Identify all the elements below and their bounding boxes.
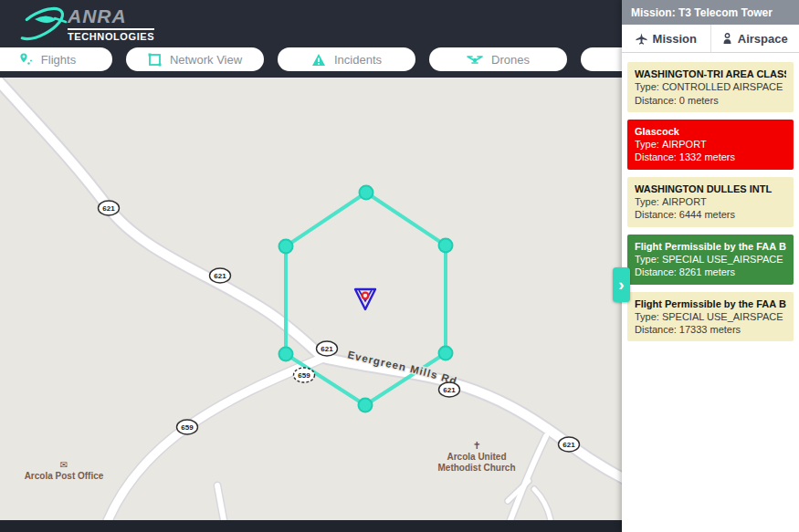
- airspace-distance: 1332 meters: [679, 151, 735, 162]
- route-shield: 621: [439, 382, 460, 397]
- tab-label: Mission: [653, 32, 697, 46]
- airspace-card[interactable]: WASHINGTON DULLES INTL Type:AIRPORT Dist…: [627, 177, 794, 227]
- roads: [0, 78, 622, 520]
- mission-title-bar: Mission: T3 Telecom Tower: [622, 0, 799, 25]
- svg-text:621: 621: [102, 204, 115, 213]
- route-pin-icon: [18, 52, 33, 67]
- road-casings: [0, 78, 622, 520]
- airspace-type: CONTROLLED AIRSPACE: [662, 81, 783, 92]
- person-pin-icon: [722, 33, 732, 45]
- brand-name: ANRA: [68, 5, 127, 27]
- svg-text:621: 621: [321, 345, 333, 353]
- tab-label: Airspace: [738, 32, 788, 46]
- airspace-advisory-list: WASHINGTON-TRI AREA CLASS B ARE Type:CON…: [622, 53, 799, 350]
- airspace-type: SPECIAL USE_AIRSPACE: [662, 254, 783, 265]
- map-svg: Evergreen Mills Rd 621 621 621 659 621 6…: [0, 78, 622, 520]
- church-cross-icon: ✝: [472, 440, 480, 451]
- svg-text:621: 621: [214, 272, 226, 280]
- tab-drones[interactable]: Drones: [429, 47, 567, 71]
- airspace-distance: 6444 meters: [679, 209, 735, 220]
- tab-network-view[interactable]: Network View: [126, 47, 264, 71]
- tab-label: Flights: [41, 53, 76, 67]
- airspace-type: AIRPORT: [662, 139, 707, 150]
- svg-text:Arcola United: Arcola United: [447, 452, 506, 462]
- poi-church: ✝ Arcola United Methodist Church: [438, 440, 516, 473]
- airspace-type: SPECIAL USE_AIRSPACE: [662, 311, 783, 322]
- telecom-tower-marker[interactable]: [355, 289, 375, 309]
- mail-icon: ✉: [60, 460, 68, 470]
- route-shield: 621: [317, 341, 338, 356]
- drone-icon: [467, 53, 483, 66]
- airspace-card[interactable]: WASHINGTON-TRI AREA CLASS B ARE Type:CON…: [627, 62, 794, 112]
- airspace-name: Flight Permissible by the FAA Below: [635, 240, 786, 253]
- svg-text:Methodist Church: Methodist Church: [438, 463, 516, 473]
- airspace-distance: 0 meters: [679, 95, 719, 106]
- route-shields: 621 621 621 659 621 659 621: [99, 201, 580, 452]
- svg-text:Arcola Post Office: Arcola Post Office: [25, 471, 104, 481]
- route-shield: 621: [99, 201, 120, 215]
- airspace-name: Glascock: [635, 125, 786, 138]
- map-canvas[interactable]: Evergreen Mills Rd 621 621 621 659 621 6…: [0, 78, 622, 520]
- airspace-distance: 17333 meters: [679, 324, 741, 335]
- plane-icon: [636, 33, 647, 45]
- tab-incidents[interactable]: Incidents: [278, 47, 415, 71]
- mission-title: Mission: T3 Telecom Tower: [631, 6, 773, 19]
- bottom-bar: [0, 520, 622, 532]
- sidebar-tabs: Mission Airspace: [622, 25, 799, 53]
- tab-tools-partial[interactable]: [581, 47, 622, 71]
- tab-label: Drones: [491, 53, 530, 67]
- airspace-card[interactable]: Flight Permissible by the FAA Below Type…: [627, 292, 794, 342]
- svg-text:621: 621: [562, 441, 575, 449]
- chevron-right-icon: ›: [618, 275, 624, 295]
- airspace-type: AIRPORT: [662, 196, 707, 207]
- airspace-name: WASHINGTON-TRI AREA CLASS B ARE: [635, 68, 786, 80]
- svg-text:659: 659: [298, 371, 310, 380]
- sidebar-collapse-button[interactable]: ›: [613, 267, 630, 302]
- tab-label: Network View: [170, 53, 242, 67]
- top-header: ANRA TECHNOLOGIES Flights Network View: [0, 0, 622, 78]
- anra-logo: ANRA TECHNOLOGIES: [9, 4, 154, 44]
- tab-mission[interactable]: Mission: [622, 25, 711, 52]
- svg-text:659: 659: [181, 423, 194, 432]
- marker-center-dot: [363, 293, 369, 299]
- brand-subtitle: TECHNOLOGIES: [68, 28, 154, 42]
- mission-sidebar: › Mission: T3 Telecom Tower Mission Airs…: [622, 0, 799, 532]
- tab-airspace[interactable]: Airspace: [711, 25, 799, 52]
- airspace-card[interactable]: Flight Permissible by the FAA Below Type…: [627, 235, 794, 285]
- airspace-name: Flight Permissible by the FAA Below: [635, 297, 786, 310]
- tab-flights[interactable]: Flights: [0, 47, 112, 71]
- selection-box-icon: [148, 53, 162, 67]
- tab-label: Incidents: [334, 53, 382, 67]
- warning-triangle-icon: [311, 53, 326, 67]
- airspace-card[interactable]: Glascock Type:AIRPORT Distance:1332 mete…: [627, 120, 794, 170]
- route-shield: 659: [294, 368, 315, 382]
- route-shield: 659: [177, 420, 198, 434]
- route-shield: 621: [559, 437, 580, 452]
- anra-mission-app: Evergreen Mills Rd 621 621 621 659 621 6…: [0, 0, 799, 532]
- route-shield: 621: [210, 268, 231, 283]
- poi-post-office: ✉ Arcola Post Office: [25, 460, 104, 481]
- airspace-distance: 8261 meters: [679, 266, 735, 277]
- airspace-name: WASHINGTON DULLES INTL: [635, 183, 786, 195]
- svg-text:621: 621: [443, 386, 456, 394]
